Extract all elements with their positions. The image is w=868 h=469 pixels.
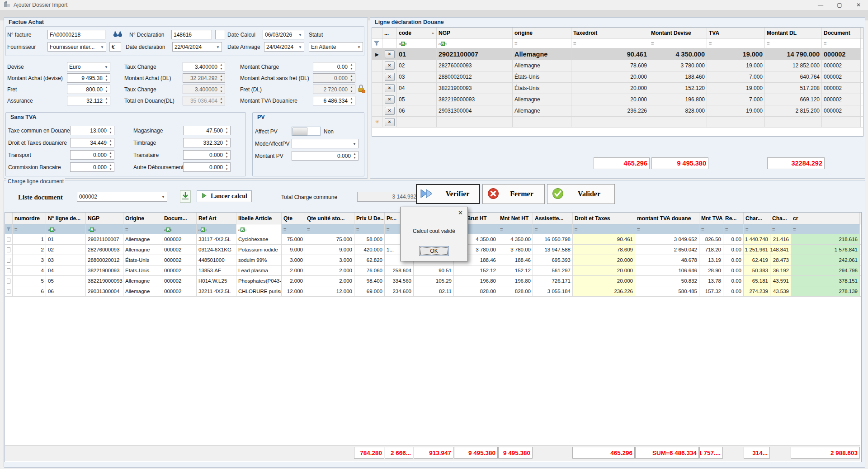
column-header[interactable]: Montant DL	[765, 28, 822, 38]
grid-cell[interactable]: soduim 99%	[236, 255, 282, 265]
grid-cell[interactable]: 28800020012	[86, 255, 123, 265]
spinner-arrows[interactable]: ▲▼	[349, 85, 354, 93]
grid-cell[interactable]: 78.609	[571, 60, 649, 71]
filter-cell[interactable]: aBc	[197, 224, 236, 234]
column-header[interactable]: Mnt TVA	[699, 213, 723, 224]
grid-cell[interactable]: 188.46	[498, 255, 533, 265]
spinner-arrows[interactable]: ▲▼	[104, 74, 109, 82]
grid-cell[interactable]: CHLORURE puriss	[236, 286, 282, 296]
delete-cell[interactable]: ×	[382, 71, 397, 82]
grid-cell[interactable]: 7.000	[707, 94, 765, 105]
affect-pv-toggle[interactable]	[292, 127, 321, 136]
grid-cell[interactable]: 65.181	[744, 276, 770, 286]
column-header[interactable]: Montant Devise	[649, 28, 707, 38]
grid-cell[interactable]: 7.000	[707, 71, 765, 82]
grid-cell[interactable]: 19.000	[707, 48, 765, 60]
grid-cell[interactable]: 2.000	[282, 265, 305, 275]
grid-cell[interactable]: 1 251.961	[744, 245, 770, 255]
douane-header-row[interactable]: ...code▲NGPorigineTaxedroitMontant Devis…	[372, 28, 863, 38]
table-row[interactable]: ×05382219000093Allemagne20.000196.8007.0…	[372, 94, 863, 105]
grid-cell[interactable]: 2 815.200	[765, 105, 822, 116]
grid-cell[interactable]: 152.12	[498, 265, 533, 275]
grid-cell[interactable]: 148.841	[770, 245, 791, 255]
grid-cell[interactable]	[513, 117, 571, 127]
lock-icon[interactable]	[357, 84, 365, 95]
spinner-arrows[interactable]: ▲▼	[349, 97, 354, 104]
grid-cell[interactable]: États-Unis	[513, 83, 571, 94]
chevron-down-icon[interactable]: ▼	[357, 45, 361, 49]
grid-cell[interactable]: 04	[46, 265, 86, 275]
grid-cell[interactable]: 000002	[822, 83, 861, 94]
grid-cell[interactable]: Allemagne	[123, 245, 162, 255]
lancer-calcul-button[interactable]: Lancer calcul	[197, 190, 252, 202]
filter-cell[interactable]: =	[635, 224, 699, 234]
grid-cell[interactable]: 448501000	[197, 255, 236, 265]
grid-cell[interactable]: 2.000	[305, 276, 354, 286]
grid-cell[interactable]: 517.208	[765, 83, 822, 94]
minimize-button[interactable]: —	[811, 0, 830, 10]
delete-row-button[interactable]: ×	[385, 50, 395, 58]
grid-cell[interactable]: 28.90	[699, 265, 723, 275]
grid-cell[interactable]: 05	[397, 94, 437, 105]
grid-cell[interactable]: 43.591	[770, 276, 791, 286]
grid-cell[interactable]: 580.485	[635, 286, 699, 296]
column-header[interactable]: NGP	[437, 28, 513, 38]
fermer-button[interactable]: Fermer	[482, 184, 545, 204]
grid-cell[interactable]: Potassium iodide	[236, 245, 282, 255]
mode-affect-pv-select[interactable]: ▼	[292, 139, 359, 148]
row-checkbox[interactable]	[7, 289, 10, 294]
grid-cell[interactable]: 000002	[822, 105, 861, 116]
grid-cell[interactable]: 718.20	[699, 245, 723, 255]
grid-cell[interactable]: 828.00	[498, 286, 533, 296]
grid-cell[interactable]: 50.383	[744, 265, 770, 275]
filter-cell[interactable]: =	[765, 38, 822, 48]
delete-row-button[interactable]: ×	[385, 107, 395, 115]
grid-cell[interactable]: 21.416	[770, 234, 791, 244]
grid-cell[interactable]: 75.000	[282, 234, 305, 244]
grid-cell[interactable]: 48.678	[635, 255, 699, 265]
chevron-down-icon[interactable]: ▼	[216, 45, 220, 49]
delete-row-button[interactable]: ×	[385, 118, 395, 126]
filter-cell[interactable]: =	[123, 224, 162, 234]
new-row[interactable]: ✳×	[372, 117, 863, 128]
grid-cell[interactable]: 01	[397, 48, 437, 60]
row-checkbox[interactable]	[7, 258, 10, 263]
chevron-down-icon[interactable]: ▼	[104, 65, 108, 69]
grid-cell[interactable]: 726.171	[533, 276, 573, 286]
chevron-down-icon[interactable]: ▼	[298, 33, 302, 37]
sans-tva-input[interactable]: 332.320▲▼	[183, 138, 231, 147]
grid-cell[interactable]: 02	[46, 245, 86, 255]
chevron-down-icon[interactable]: ▼	[100, 45, 104, 49]
grid-cell[interactable]: 13.78	[699, 276, 723, 286]
grid-cell[interactable]: Phosphates(P043-)	[236, 276, 282, 286]
grid-cell[interactable]: 16 050.798	[533, 234, 573, 244]
grid-cell[interactable]: 1 576.841	[791, 245, 860, 255]
spinner-arrows[interactable]: ▲▼	[352, 152, 357, 160]
grid-cell[interactable]: 03	[397, 71, 437, 82]
row-checkbox[interactable]	[7, 237, 10, 242]
column-header[interactable]: NGP	[86, 213, 123, 224]
spinner-arrows[interactable]: ▲▼	[104, 97, 109, 104]
grid-cell[interactable]: 38221900093	[86, 265, 123, 275]
grid-cell[interactable]: 28276000093	[86, 245, 123, 255]
grid-cell[interactable]: 29021100007	[437, 48, 513, 60]
column-header[interactable]: numordre	[13, 213, 46, 224]
fret-input[interactable]: 800.00▲▼	[67, 85, 110, 94]
grid-cell[interactable]: 3 780.00	[498, 245, 533, 255]
grid-cell[interactable]: 294.796	[791, 265, 860, 275]
grid-cell[interactable]: États-Unis	[123, 265, 162, 275]
grid-cell[interactable]: 43.539	[770, 286, 791, 296]
grid-cell[interactable]: 38221900093	[437, 83, 513, 94]
grid-cell[interactable]: 20.000	[571, 71, 649, 82]
grid-cell[interactable]: 5	[13, 276, 46, 286]
filter-cell[interactable]: =	[791, 224, 860, 234]
column-header[interactable]: Assisette...	[533, 213, 573, 224]
grid-cell[interactable]: 3 049.652	[635, 234, 699, 244]
grid-cell[interactable]: 29031300004	[437, 105, 513, 116]
grid-cell[interactable]: 561.297	[533, 265, 573, 275]
delete-cell[interactable]: ×	[382, 48, 397, 60]
grid-cell[interactable]: 3 055.184	[533, 286, 573, 296]
column-header[interactable]: code▲	[397, 28, 437, 38]
grid-cell[interactable]: 0.00	[723, 265, 744, 275]
column-header[interactable]: Char...	[744, 213, 770, 224]
